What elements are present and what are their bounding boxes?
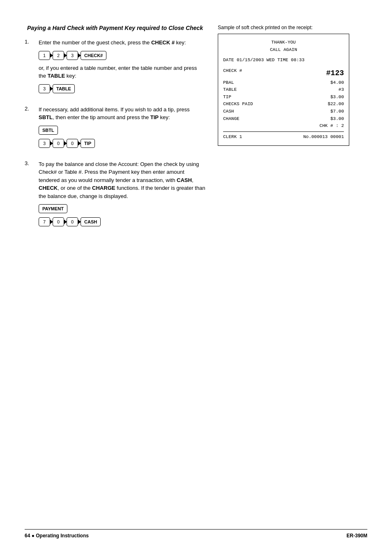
key-checknum: CHECK#	[81, 51, 106, 60]
step-2-para1: If necessary, add additional items. If y…	[39, 106, 205, 122]
change-label: CHANGE	[223, 115, 240, 123]
receipt-divider	[223, 131, 344, 132]
checks-paid-value: $22.00	[327, 101, 344, 108]
content-area: Paying a Hard Check with Payment Key req…	[25, 25, 367, 529]
step-2-keys2: 3 0 0 TIP	[39, 139, 205, 148]
receipt-pbal: PBAL $4.00	[223, 79, 344, 87]
checks-paid-label: CHECKS PAID	[223, 101, 253, 108]
receipt-cash: CASH $7.00	[223, 108, 344, 115]
receipt-line1: THANK-YOU	[223, 39, 344, 46]
key-table: TABLE	[53, 84, 75, 93]
receipt-date: DATE 01/15/2003 WED TIME 08:33	[223, 57, 344, 64]
receipt-check: CHECK # #123	[223, 67, 344, 79]
step-1: 1. Enter the number of the guest check, …	[25, 39, 205, 97]
table-value: #3	[339, 86, 344, 94]
cash-label: CASH	[223, 108, 234, 115]
step-3-keys2: 7 0 0 CASH	[39, 217, 205, 226]
key-cash: CASH	[81, 217, 101, 226]
step-3-keys1: PAYMENT	[39, 204, 205, 213]
step-3-para1: To pay the balance and close the Account…	[39, 160, 205, 200]
receipt-table: TABLE #3	[223, 86, 344, 94]
receipt-tip: TIP $3.00	[223, 94, 344, 101]
sample-text: Sample of soft check printed on the rece…	[218, 25, 349, 30]
step-1-keys1: 1 2 3 CHECK#	[39, 51, 205, 60]
step-1-keys2: 3 TABLE	[39, 84, 205, 93]
step-3: 3. To pay the balance and close the Acco…	[25, 160, 205, 231]
section-title: Paying a Hard Check with Payment Key req…	[25, 25, 205, 31]
table-label: TABLE	[223, 86, 237, 94]
right-column: Sample of soft check printed on the rece…	[218, 25, 349, 529]
receipt-clerk: CLERK 1 No.000013 00001	[223, 134, 344, 141]
cash-value: $7.00	[330, 108, 344, 115]
key-3c: 3	[39, 139, 50, 148]
step-1-para2: or, if you entered a table number, enter…	[39, 64, 205, 80]
clerk-label: CLERK 1	[223, 134, 242, 141]
page: Paying a Hard Check with Payment Key req…	[0, 0, 392, 555]
step-2-content: If necessary, add additional items. If y…	[39, 106, 205, 152]
key-0b: 0	[67, 139, 78, 148]
step-1-content: Enter the number of the guest check, pre…	[39, 39, 205, 97]
key-tip: TIP	[81, 139, 95, 148]
key-3b: 3	[39, 84, 50, 93]
step-2-keys1: SBTL	[39, 126, 205, 135]
receipt-change: CHANGE $3.00	[223, 115, 344, 123]
receipt-checks-paid: CHECKS PAID $22.00	[223, 101, 344, 108]
tip-value: $3.00	[330, 94, 344, 101]
receipt-line2: CALL AGAIN	[223, 46, 344, 54]
footer-right: ER-390M	[346, 533, 367, 539]
receipt-header: THANK-YOU CALL AGAIN	[223, 39, 344, 53]
step-1-para1: Enter the number of the guest check, pre…	[39, 39, 205, 47]
receipt: THANK-YOU CALL AGAIN DATE 01/15/2003 WED…	[218, 34, 349, 146]
key-7: 7	[39, 217, 50, 226]
key-payment: PAYMENT	[39, 204, 67, 213]
check-label: CHECK #	[223, 67, 242, 79]
step-2-number: 2.	[25, 106, 35, 152]
tip-label: TIP	[223, 94, 231, 101]
clerk-value: No.000013 00001	[303, 134, 344, 141]
pbal-label: PBAL	[223, 79, 234, 87]
step-2: 2. If necessary, add additional items. I…	[25, 106, 205, 152]
left-column: Paying a Hard Check with Payment Key req…	[25, 25, 205, 529]
key-0c: 0	[53, 217, 64, 226]
chk-label: CHK # : 2	[320, 123, 344, 128]
key-0a: 0	[53, 139, 64, 148]
check-value: #123	[326, 67, 344, 79]
step-3-number: 3.	[25, 160, 35, 231]
receipt-chk: CHK # : 2	[223, 122, 344, 130]
footer-left: 64 ● Operating Instructions	[25, 533, 89, 539]
change-value: $3.00	[330, 115, 344, 123]
key-sbtl: SBTL	[39, 126, 58, 135]
key-0d: 0	[67, 217, 78, 226]
step-3-content: To pay the balance and close the Account…	[39, 160, 205, 231]
pbal-value: $4.00	[330, 79, 344, 87]
page-footer: 64 ● Operating Instructions ER-390M	[25, 529, 367, 539]
key-2: 2	[53, 51, 64, 60]
key-3: 3	[67, 51, 78, 60]
step-1-number: 1.	[25, 39, 35, 97]
key-1: 1	[39, 51, 50, 60]
